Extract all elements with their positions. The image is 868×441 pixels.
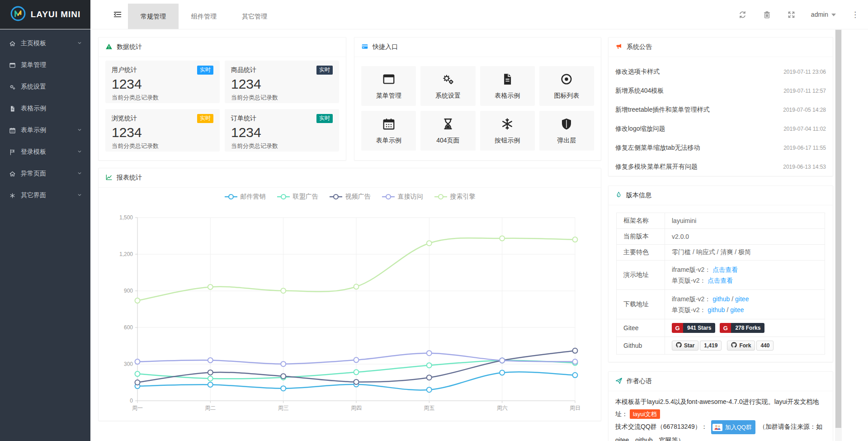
version-row-label: Github (617, 337, 665, 355)
data-stats-header: 数据统计 (99, 38, 346, 57)
report-chart-panel: 报表统计 邮件营销 联盟广告 视频广告 直接访问 搜索引擎 0300600900… (98, 168, 601, 421)
version-link[interactable]: github (712, 295, 730, 303)
user-menu[interactable]: admin (811, 11, 836, 18)
github-star-button[interactable]: Star (672, 341, 698, 351)
version-link[interactable]: github (708, 306, 725, 313)
data-point-3-5 (427, 375, 432, 380)
target-icon (560, 72, 573, 88)
calendar-icon (382, 117, 396, 133)
sidebar-item-6[interactable]: 登录模板 (0, 141, 90, 163)
sidebar-item-4[interactable]: 表格示例 (0, 98, 90, 119)
shield-icon (560, 117, 573, 133)
notice-item-4[interactable]: 修改logo缩放问题 2019-07-04 11:02 (615, 119, 826, 138)
notice-item-1[interactable]: 修改选项卡样式 2019-07-11 23:06 (615, 62, 826, 81)
github-fork-count[interactable]: 440 (756, 341, 774, 351)
notice-item-6[interactable]: 修复多模块菜单栏展开有问题 2019-06-13 14:53 (615, 157, 826, 176)
notice-text: 修改logo缩放问题 (615, 125, 665, 133)
layui-docs-badge[interactable]: layui文档 (630, 409, 660, 419)
quick-entry-label: 图标列表 (554, 92, 579, 100)
data-stats-panel: 数据统计 用户统计 实时 1234 当前分类总记录数 商品统计 实时 1234 … (98, 37, 346, 161)
notice-item-5[interactable]: 修复左侧菜单缩放tab无法移动 2019-06-17 11:55 (615, 138, 826, 157)
logo-title: LAYUI MINI (31, 9, 81, 19)
quick-entry-label: 表格示例 (495, 92, 520, 100)
version-link[interactable]: 点击查看 (708, 277, 733, 284)
data-point-5-5 (427, 241, 432, 246)
sidebar-item-8[interactable]: 其它界面 (0, 185, 90, 206)
version-row-3: 主要特色零门槛 / 响应式 / 清爽 / 极简 (617, 245, 825, 261)
user-name: admin (811, 11, 828, 18)
notice-item-3[interactable]: 新增treetable插件和菜单管理样式 2019-07-05 14:28 (615, 100, 826, 119)
join-qq-group-button[interactable]: 加入QQ群 (711, 420, 755, 434)
stat-value: 1234 (231, 125, 333, 141)
panel-title: 系统公告 (627, 43, 652, 51)
flag-icon (9, 149, 21, 156)
notice-item-2[interactable]: 新增系统404模板 2019-07-11 12:57 (615, 81, 826, 100)
refresh-icon[interactable] (738, 9, 748, 19)
sidebar-item-1[interactable]: 主页模板 (0, 33, 90, 54)
data-point-1-6 (500, 370, 505, 375)
menu-fold-icon[interactable] (110, 0, 125, 29)
gears-icon (9, 84, 21, 90)
quick-entry-5[interactable]: 表单示例 (361, 111, 416, 151)
window-icon (382, 72, 396, 88)
clear-cache-trash-icon[interactable] (762, 9, 772, 19)
quick-entry-1[interactable]: 菜单管理 (361, 66, 416, 106)
version-row-2: 当前版本v2.0.0 (617, 229, 825, 245)
version-link[interactable]: gitee (730, 306, 744, 313)
notice-time: 2019-06-13 14:53 (783, 164, 826, 170)
chevron-down-icon (77, 40, 82, 47)
quick-entry-header: 快捷入口 (354, 38, 601, 57)
github-fork-button[interactable]: Fork (727, 341, 755, 351)
data-point-4-3 (281, 361, 286, 366)
github-fork-widget: Fork 440 (727, 341, 774, 351)
quick-entry-7[interactable]: 按钮示例 (480, 111, 535, 151)
gitee-badge-1[interactable]: G 941 Stars (672, 323, 715, 333)
sidebar-item-7[interactable]: 异常页面 (0, 163, 90, 185)
sidebar-item-label: 系统设置 (21, 83, 82, 91)
version-row-label: Gitee (617, 319, 665, 337)
data-point-2-2 (208, 376, 213, 381)
line-chart-svg[interactable]: 03006009001,2001,500周一周二周三周四周五周六周日 (99, 187, 601, 421)
quick-entry-2[interactable]: 系统设置 (420, 66, 475, 106)
x-axis-label: 周四 (351, 405, 362, 411)
sidebar-item-5[interactable]: 表单示例 (0, 119, 90, 141)
author-text: 本模板基于layui2.5.4以及font-awesome-4.7.0进行实现。… (609, 391, 833, 441)
data-point-2-5 (427, 363, 432, 368)
data-point-3-3 (281, 374, 286, 379)
gitee-badge-2[interactable]: G 278 Forks (720, 323, 764, 333)
version-link[interactable]: 点击查看 (712, 266, 738, 273)
tab-3[interactable]: 其它管理 (229, 4, 280, 29)
sidebar-item-2[interactable]: 菜单管理 (0, 54, 90, 76)
data-point-4-6 (500, 358, 505, 363)
fullscreen-icon[interactable] (787, 9, 797, 19)
gears-icon (441, 72, 455, 88)
sidebar-item-3[interactable]: 系统设置 (0, 76, 90, 98)
quick-entry-label: 404页面 (436, 137, 459, 145)
notice-header: 系统公告 (609, 38, 833, 57)
tab-1[interactable]: 常规管理 (128, 4, 179, 29)
quick-entry-6[interactable]: 404页面 (420, 111, 475, 151)
version-row-1: 框架名称layuimini (617, 213, 825, 229)
version-link[interactable]: gitee (735, 295, 749, 303)
scrollbar-thumb[interactable] (835, 30, 841, 428)
quick-entry-3[interactable]: 表格示例 (480, 66, 535, 106)
report-chart[interactable]: 03006009001,2001,500周一周二周三周四周五周六周日 (99, 187, 601, 421)
version-info-panel: 版本信息 框架名称layuimini当前版本v2.0.0主要特色零门槛 / 响应… (608, 185, 833, 362)
content-scrollbar (835, 29, 842, 441)
tab-2[interactable]: 组件管理 (179, 4, 229, 29)
quick-entry-4[interactable]: 图标列表 (539, 66, 594, 106)
more-options-icon[interactable]: ⋮ (850, 11, 860, 19)
sidebar-item-label: 异常页面 (21, 170, 77, 178)
y-axis-label: 300 (124, 361, 133, 367)
data-point-4-1 (135, 359, 140, 364)
data-point-1-7 (573, 373, 578, 378)
x-axis-label: 周五 (424, 405, 434, 411)
y-axis-label: 1,500 (119, 214, 133, 221)
stat-desc: 当前分类总记录数 (231, 142, 333, 150)
stat-desc: 当前分类总记录数 (231, 94, 333, 102)
file-icon (9, 105, 21, 112)
github-star-count[interactable]: 1,419 (700, 341, 722, 351)
quick-entry-8[interactable]: 弹出层 (539, 111, 594, 151)
sidebar-item-label: 表格示例 (21, 104, 82, 113)
x-axis-label: 周三 (278, 405, 289, 411)
